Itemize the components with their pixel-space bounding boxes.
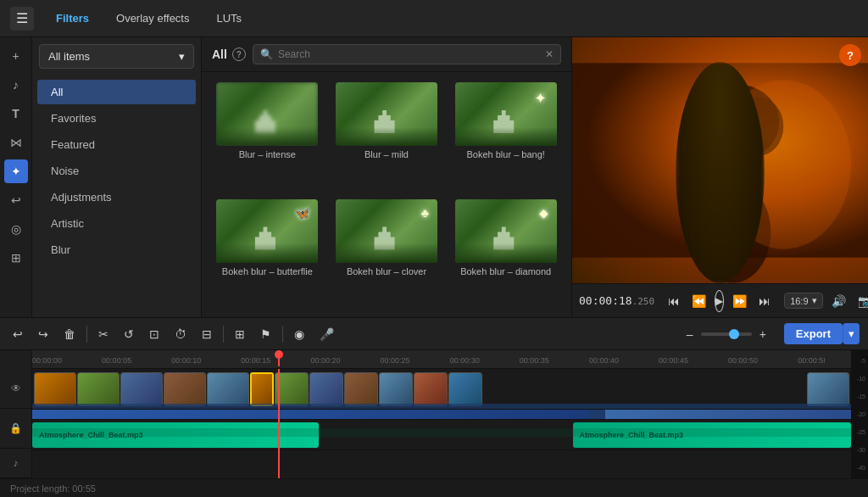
video-clip-4[interactable] — [164, 372, 206, 406]
filter-item-bokeh-diamond[interactable]: ◆ Bokeh blur – diamond — [450, 199, 561, 308]
undo-button[interactable]: ↩ — [8, 325, 27, 343]
filter-nav-blur[interactable]: Blur — [37, 237, 196, 262]
filter-item-blur-mild[interactable]: Blur – mild — [331, 82, 442, 191]
tab-filters[interactable]: Filters — [44, 7, 101, 30]
video-clip-5[interactable] — [207, 372, 249, 406]
video-clip-8[interactable] — [309, 372, 343, 406]
video-clip-10[interactable] — [379, 372, 413, 406]
track-ctrl-visibility[interactable]: 👁 — [0, 369, 32, 409]
svg-point-6 — [716, 80, 852, 248]
audio-on-button[interactable]: ◉ — [290, 325, 309, 343]
ruler-mark-0: 00:00:00 — [32, 356, 62, 365]
filter-label-blur-intense: Blur – intense — [239, 149, 296, 159]
vu-meter: -5 -10 -15 -20 -25 -30 -40 — [851, 350, 868, 478]
ruler-mark-40: 00:00:40 — [589, 356, 619, 365]
mic-button[interactable]: 🎤 — [315, 325, 338, 343]
track-ctrl-lock[interactable]: 🔒 — [0, 409, 32, 449]
zoom-in-button[interactable]: + — [755, 325, 771, 343]
filter-nav: All Favorites Featured Noise Adjustments… — [32, 75, 201, 266]
video-clip-3[interactable] — [120, 372, 163, 406]
filter-nav-favorites[interactable]: Favorites — [37, 106, 196, 131]
ruler-mark-55: 00:00:5! — [798, 356, 826, 365]
sidebar-btn-adjust[interactable]: ◎ — [4, 217, 28, 241]
aspect-ratio-select[interactable]: 16:9 ▾ — [784, 293, 822, 309]
delete-button[interactable]: 🗑 — [59, 325, 80, 343]
skip-end-button[interactable]: ⏭ — [755, 293, 774, 310]
filter-nav-artistic[interactable]: Artistic — [37, 211, 196, 236]
filter-nav-all[interactable]: All — [37, 80, 196, 104]
timeline-area: ↩ ↪ 🗑 ✂ ↺ ⊡ ⏱ ⊟ ⊞ ⚑ ◉ 🎤 – + Export ▾ 👁 — [0, 317, 868, 478]
step-back-button[interactable]: ⏪ — [688, 293, 709, 310]
sidebar-btn-effects[interactable]: ⋈ — [4, 131, 28, 154]
export-dropdown-button[interactable]: ▾ — [843, 323, 860, 344]
filter-nav-noise[interactable]: Noise — [37, 159, 196, 183]
filter-item-bokeh-clover[interactable]: ♣ Bokeh blur – clover — [331, 199, 442, 308]
sidebar-btn-transitions[interactable]: ↩ — [4, 188, 28, 212]
play-button[interactable]: ▶ — [715, 290, 724, 312]
search-clear-icon[interactable]: ✕ — [545, 48, 554, 60]
filter-dropdown-label: All items — [48, 50, 90, 63]
search-box: 🔍 ✕ — [253, 44, 561, 64]
step-forward-button[interactable]: ⏩ — [729, 293, 750, 310]
video-clip-1[interactable] — [34, 372, 76, 406]
filter-item-blur-intense[interactable]: Blur – intense — [212, 82, 323, 191]
audio-clip-1[interactable]: Atmosphere_Chill_Beat.mp3 — [32, 422, 319, 448]
filter-nav-featured[interactable]: Featured — [37, 132, 196, 157]
redo-button[interactable]: ↪ — [34, 325, 53, 343]
audio-track-1: Atmosphere_Chill_Beat.mp3 — [32, 420, 851, 450]
ruler-marks: 00:00:00 00:00:05 00:00:10 00:00:15 00:0… — [32, 350, 851, 366]
tab-overlay[interactable]: Overlay effects — [104, 7, 201, 30]
clip-button[interactable]: ⊞ — [231, 325, 249, 343]
flag-button[interactable]: ⚑ — [256, 325, 275, 343]
cut-button[interactable]: ✂ — [94, 325, 113, 343]
video-clip-13[interactable] — [807, 372, 849, 406]
track-ctrl-audio[interactable]: ♪ — [0, 449, 32, 478]
zoom-out-button[interactable]: – — [682, 325, 698, 343]
video-clip-9[interactable] — [344, 372, 378, 406]
search-input[interactable] — [278, 48, 540, 60]
video-clip-7[interactable] — [275, 372, 309, 406]
sidebar-btn-text[interactable]: T — [4, 102, 28, 126]
audio-waveform-1: Atmosphere_Chill_Beat.mp3 — [32, 422, 319, 448]
project-length-label: Project length: 00:55 — [10, 483, 96, 494]
sidebar-btn-filters[interactable]: ✦ — [4, 159, 28, 183]
volume-icon[interactable]: 🔊 — [828, 293, 849, 310]
vu-label-40: -40 — [857, 465, 865, 471]
video-clip-11[interactable] — [414, 372, 448, 406]
video-clip-2[interactable] — [77, 372, 120, 406]
crop-button[interactable]: ⊡ — [145, 325, 164, 343]
filter-thumb-blur-mild — [336, 82, 437, 146]
export-button[interactable]: Export — [784, 323, 843, 344]
filter-item-bokeh-butterfly[interactable]: 🦋 Bokeh blur – butterflie — [212, 199, 323, 308]
filter-nav-adjustments[interactable]: Adjustments — [37, 185, 196, 209]
tab-luts[interactable]: LUTs — [204, 7, 253, 30]
filter-content: All ? 🔍 ✕ Blur – intense — [202, 37, 571, 317]
tl-tracks: Atmosphere_Chill_Beat.mp3 — [32, 369, 851, 478]
tl-main: 00:00:00 00:00:05 00:00:10 00:00:15 00:0… — [32, 350, 851, 478]
filter-label-bokeh-butterfly: Bokeh blur – butterflie — [222, 266, 313, 276]
filter-item-bokeh-bang[interactable]: ✦ Bokeh blur – bang! — [450, 82, 561, 191]
sidebar-btn-add[interactable]: + — [4, 44, 28, 68]
filter-dropdown[interactable]: All items ▾ — [39, 44, 194, 69]
playhead-ruler — [278, 350, 280, 366]
zoom-slider[interactable] — [701, 332, 752, 336]
sidebar-btn-music[interactable]: ♪ — [4, 73, 28, 97]
trim-button[interactable]: ⊟ — [198, 325, 216, 343]
svg-point-2 — [714, 120, 761, 175]
rotate-button[interactable]: ↺ — [120, 325, 138, 343]
help-button[interactable]: ? — [839, 44, 861, 66]
sidebar-btn-grid[interactable]: ⊞ — [4, 246, 28, 270]
video-clip-12[interactable] — [448, 372, 482, 406]
speed-button[interactable]: ⏱ — [170, 325, 191, 343]
timeline-ruler: 00:00:00 00:00:05 00:00:10 00:00:15 00:0… — [32, 350, 851, 369]
skip-start-button[interactable]: ⏮ — [665, 293, 683, 310]
playhead-head — [275, 350, 283, 359]
screenshot-icon[interactable]: 📷 — [854, 293, 868, 310]
vu-label-15: -15 — [857, 394, 865, 399]
menu-icon[interactable]: ☰ — [10, 7, 34, 31]
video-clip-6[interactable] — [250, 372, 274, 406]
vu-label-30: -30 — [857, 447, 865, 453]
main-area: + ♪ T ⋈ ✦ ↩ ◎ ⊞ All items ▾ All Favorite… — [0, 37, 868, 317]
info-icon[interactable]: ? — [232, 47, 246, 61]
time-display: 00:00:18.250 — [579, 294, 654, 307]
